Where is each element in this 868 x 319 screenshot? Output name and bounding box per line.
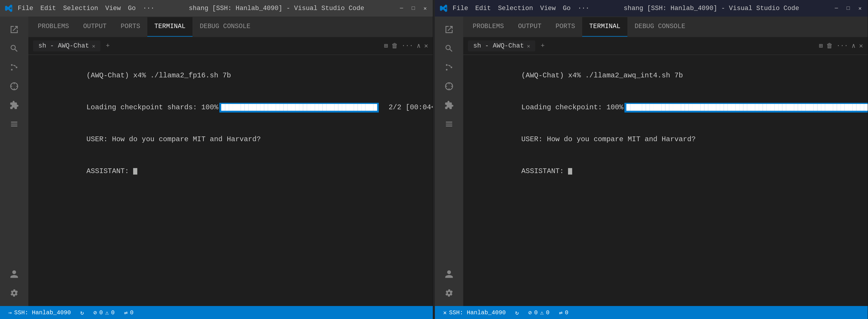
terminal-loading-suffix-left: 2/2 [00:04<00:00, 2.29s/it] — [380, 104, 433, 111]
menu-file-right[interactable]: File — [453, 5, 468, 12]
sync-icon-right: ↻ — [515, 309, 519, 316]
terminal-add-button-left[interactable]: + — [103, 41, 113, 51]
tab-output-left[interactable]: OUTPUT — [76, 17, 114, 37]
activity-remote-left[interactable] — [6, 116, 23, 132]
terminal-split-icon-right[interactable]: ⊞ — [819, 42, 823, 50]
terminal-tab-close-left[interactable]: ✕ — [92, 43, 95, 49]
activity-account-right[interactable] — [441, 266, 457, 282]
terminal-trash-icon-left[interactable]: 🗑 — [392, 42, 398, 50]
statusbar-sync-right[interactable]: ↻ — [510, 306, 523, 319]
terminal-tab-close-right[interactable]: ✕ — [527, 43, 530, 49]
terminal-close-icon-right[interactable]: ✕ — [859, 42, 863, 50]
statusbar-right: ✕ SSH: Hanlab_4090 ↻ ⊘ 0 ⚠ 0 ⇌ 0 — [435, 306, 868, 319]
terminal-more-icon-right[interactable]: ··· — [836, 42, 848, 50]
terminal-line4-left: ASSISTANT: — [35, 155, 426, 187]
close-button-right[interactable]: ✕ — [857, 5, 863, 11]
statusbar-ports-right[interactable]: ⇌ 0 — [554, 306, 573, 319]
minimize-button-right[interactable]: ─ — [833, 5, 839, 11]
activity-search-left[interactable] — [6, 40, 23, 57]
statusbar-remote-right[interactable]: ✕ SSH: Hanlab_4090 — [438, 306, 510, 319]
activity-settings-right[interactable] — [441, 285, 457, 301]
menu-view-right[interactable]: View — [540, 5, 556, 12]
terminal-output-left[interactable]: (AWQ-Chat) x4% ./llama2_fp16.sh 7b Loadi… — [28, 55, 433, 306]
tab-problems-left[interactable]: PROBLEMS — [31, 17, 76, 37]
svg-point-0 — [11, 64, 12, 65]
activity-extensions-right[interactable] — [441, 97, 457, 113]
ports-icon-right: ⇌ — [559, 309, 562, 316]
window-inner-left: PROBLEMS OUTPUT PORTS TERMINAL DEBUG CON… — [0, 17, 433, 306]
terminal-tab-right[interactable]: sh - AWQ-Chat ✕ — [468, 40, 535, 51]
menu-more-left[interactable]: ··· — [143, 5, 155, 12]
terminal-actions-right: ⊞ 🗑 ··· ∧ ✕ — [819, 42, 863, 50]
terminal-cmd1-left: (AWQ-Chat) x4% ./llama2_fp16.sh 7b — [87, 71, 231, 80]
activity-scm-left[interactable] — [6, 59, 23, 76]
error-count-right: 0 — [534, 309, 538, 316]
menu-selection-right[interactable]: Selection — [498, 5, 533, 12]
remote-label-left: SSH: Hanlab_4090 — [14, 309, 71, 316]
menu-go-right[interactable]: Go — [563, 5, 570, 12]
terminal-line4-right: ASSISTANT: — [470, 155, 861, 187]
tab-debug-console-right[interactable]: DEBUG CONSOLE — [627, 17, 692, 37]
close-button-left[interactable]: ✕ — [422, 5, 428, 11]
minimize-button-left[interactable]: ─ — [399, 5, 404, 11]
menu-edit-left[interactable]: Edit — [40, 5, 56, 12]
activity-settings-left[interactable] — [6, 285, 23, 301]
tab-ports-left[interactable]: PORTS — [114, 17, 147, 37]
menu-view-left[interactable]: View — [105, 5, 121, 12]
activity-scm-right[interactable] — [441, 59, 457, 76]
window-inner-right: PROBLEMS OUTPUT PORTS TERMINAL DEBUG CON… — [435, 17, 868, 306]
sync-icon-left: ↻ — [80, 309, 84, 316]
main-layout: File Edit Selection View Go ··· shang [S… — [0, 0, 868, 319]
statusbar-left-items: ⇒ SSH: Hanlab_4090 ↻ ⊘ 0 ⚠ 0 ⇌ 0 — [0, 306, 142, 319]
maximize-button-right[interactable]: □ — [845, 5, 851, 11]
menu-go-left[interactable]: Go — [128, 5, 135, 12]
menu-selection-left[interactable]: Selection — [63, 5, 98, 12]
maximize-button-left[interactable]: □ — [410, 5, 416, 11]
menu-left[interactable]: File Edit Selection View Go ··· — [18, 5, 154, 12]
activity-remote-right[interactable] — [441, 116, 457, 132]
terminal-trash-icon-right[interactable]: 🗑 — [826, 42, 833, 50]
terminal-more-icon-left[interactable]: ··· — [402, 42, 413, 50]
activity-explorer-right[interactable] — [441, 21, 457, 38]
terminal-tab-left[interactable]: sh - AWQ-Chat ✕ — [33, 40, 100, 51]
tab-ports-right[interactable]: PORTS — [549, 17, 582, 37]
activity-debug-left[interactable] — [6, 78, 23, 94]
terminal-tab-label-right: sh - AWQ-Chat — [473, 42, 524, 50]
tab-terminal-right[interactable]: TERMINAL — [582, 17, 628, 37]
terminal-chevron-icon-left[interactable]: ∧ — [417, 42, 421, 50]
activity-search-right[interactable] — [441, 40, 457, 57]
activity-explorer-left[interactable] — [6, 21, 23, 38]
statusbar-errors-right[interactable]: ⊘ 0 ⚠ 0 — [523, 306, 554, 319]
terminal-add-button-right[interactable]: + — [538, 41, 547, 51]
activity-debug-right[interactable] — [441, 78, 457, 94]
statusbar-sync-left[interactable]: ↻ — [75, 306, 89, 319]
progress-bar-right: ████████████████████████████████████████… — [624, 103, 868, 113]
terminal-cursor-left — [133, 168, 137, 175]
menu-more-right[interactable]: ··· — [578, 5, 590, 12]
terminal-line1-right: (AWQ-Chat) x4% ./llama2_awq_int4.sh 7b — [470, 60, 861, 92]
terminal-tab-label-left: sh - AWQ-Chat — [38, 42, 89, 50]
panel-tabs-right: PROBLEMS OUTPUT PORTS TERMINAL DEBUG CON… — [466, 17, 692, 37]
tab-output-right[interactable]: OUTPUT — [511, 17, 549, 37]
activity-extensions-left[interactable] — [6, 97, 23, 113]
terminal-close-icon-left[interactable]: ✕ — [424, 42, 428, 50]
panel-tabs-left: PROBLEMS OUTPUT PORTS TERMINAL DEBUG CON… — [31, 17, 257, 37]
warning-icon-left: ⚠ — [105, 309, 108, 316]
terminal-output-right[interactable]: (AWQ-Chat) x4% ./llama2_awq_int4.sh 7b L… — [463, 55, 868, 306]
terminal-chevron-icon-right[interactable]: ∧ — [852, 42, 856, 50]
terminal-split-icon-left[interactable]: ⊞ — [384, 42, 388, 50]
menu-file-left[interactable]: File — [18, 5, 33, 12]
statusbar-ports-left[interactable]: ⇌ 0 — [119, 306, 138, 319]
ports-icon-left: ⇌ — [124, 309, 128, 316]
statusbar-errors-left[interactable]: ⊘ 0 ⚠ 0 — [89, 306, 119, 319]
panel-tabbar-left: PROBLEMS OUTPUT PORTS TERMINAL DEBUG CON… — [28, 17, 433, 37]
menu-edit-right[interactable]: Edit — [475, 5, 491, 12]
tab-debug-console-left[interactable]: DEBUG CONSOLE — [192, 17, 257, 37]
progress-bar-left: ████████████████████████████████████████ — [219, 103, 379, 113]
tab-terminal-left[interactable]: TERMINAL — [147, 17, 193, 37]
activity-account-left[interactable] — [6, 266, 23, 282]
menu-right[interactable]: File Edit Selection View Go ··· — [453, 5, 589, 12]
tab-problems-right[interactable]: PROBLEMS — [466, 17, 511, 37]
statusbar-remote-left[interactable]: ⇒ SSH: Hanlab_4090 — [4, 306, 75, 319]
window-controls-right: ─ □ ✕ — [833, 5, 863, 11]
